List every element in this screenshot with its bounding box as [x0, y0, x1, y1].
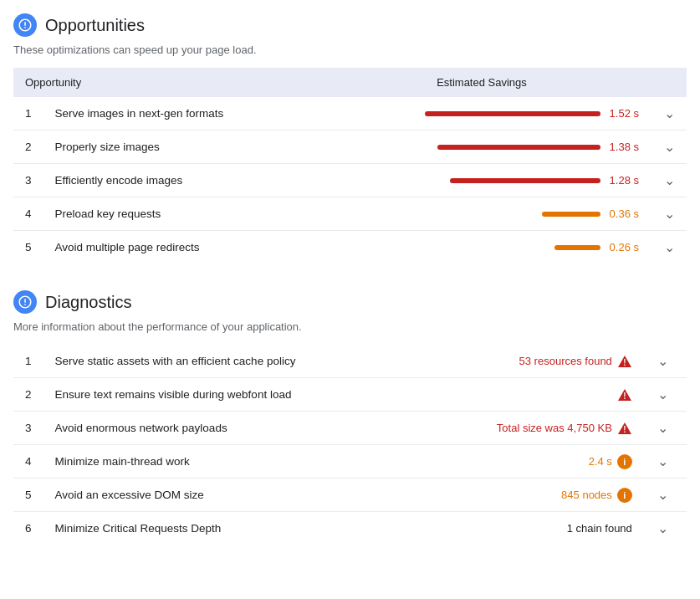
row-number: 3 — [13, 164, 43, 197]
opportunities-header: Opportunities — [13, 13, 687, 37]
opportunities-subtitle: These optimizations can speed up your pa… — [13, 44, 687, 56]
savings-cell: 1.28 s — [313, 164, 651, 197]
savings-cell: 0.26 s — [313, 231, 651, 264]
opportunities-table: Opportunity Estimated Savings 1 Serve im… — [13, 68, 687, 264]
opportunity-label: Properly size images — [43, 131, 313, 164]
diagnostic-label: Avoid an excessive DOM size — [43, 479, 358, 512]
table-row[interactable]: 5 Avoid multiple page redirects 0.26 s ⌄ — [13, 231, 687, 264]
warning-triangle-icon: ! — [617, 388, 632, 402]
diagnostic-label: Minimize main-thread work — [43, 445, 358, 479]
diagnostic-label: Ensure text remains visible during webfo… — [43, 378, 358, 412]
expand-chevron[interactable]: ⌄ — [664, 240, 675, 254]
diag-text: 53 resources found — [519, 355, 612, 367]
row-number: 2 — [13, 378, 43, 412]
info-circle-icon: i — [617, 488, 632, 503]
diagnostic-label: Avoid enormous network payloads — [43, 412, 358, 445]
table-row[interactable]: 4 Preload key requests 0.36 s ⌄ — [13, 197, 687, 231]
table-row[interactable]: 1 Serve static assets with an efficient … — [13, 345, 687, 378]
expand-chevron[interactable]: ⌄ — [664, 106, 675, 120]
diagnostics-header: Diagnostics — [13, 290, 687, 314]
opportunities-icon — [13, 13, 37, 37]
expand-chevron[interactable]: ⌄ — [657, 521, 668, 535]
savings-value: 0.26 s — [605, 241, 639, 253]
table-row[interactable]: 4 Minimize main-thread work 2.4 s i ⌄ — [13, 445, 687, 479]
expand-cell[interactable]: ⌄ — [651, 164, 687, 197]
savings-value: 1.52 s — [605, 107, 639, 120]
expand-cell[interactable]: ⌄ — [644, 445, 687, 479]
expand-cell[interactable]: ⌄ — [644, 345, 687, 378]
svg-text:!: ! — [623, 425, 626, 434]
expand-chevron[interactable]: ⌄ — [664, 207, 675, 221]
opportunity-label: Efficiently encode images — [43, 164, 313, 197]
row-number: 2 — [13, 131, 43, 164]
diag-text: 845 nodes — [561, 489, 612, 501]
svg-text:!: ! — [623, 358, 626, 367]
savings-col-header: Estimated Savings — [313, 68, 651, 97]
diagnostics-icon — [13, 290, 37, 314]
savings-cell: 1.38 s — [313, 131, 651, 164]
warning-triangle-icon: ! — [617, 422, 632, 435]
expand-cell[interactable]: ⌄ — [644, 512, 687, 545]
row-number: 4 — [13, 197, 43, 231]
expand-chevron[interactable]: ⌄ — [657, 488, 668, 502]
savings-bar — [554, 245, 600, 250]
expand-cell[interactable]: ⌄ — [644, 412, 687, 445]
diag-savings-cell: 2.4 s i — [357, 445, 644, 479]
expand-cell[interactable]: ⌄ — [644, 479, 687, 512]
savings-bar — [437, 145, 600, 150]
savings-bar — [450, 178, 600, 183]
info-circle-icon: i — [617, 454, 632, 469]
diagnostics-subtitle: More information about the performance o… — [13, 320, 687, 333]
diag-text: 1 chain found — [567, 522, 632, 535]
diag-text: Total size was 4,750 KB — [497, 422, 612, 434]
expand-chevron[interactable]: ⌄ — [657, 354, 668, 368]
diag-savings-cell: Total size was 4,750 KB ! — [357, 412, 644, 445]
diagnostic-label: Serve static assets with an efficient ca… — [43, 345, 358, 378]
expand-cell[interactable]: ⌄ — [651, 197, 687, 231]
savings-bar — [542, 212, 600, 217]
triangle-svg: ! — [617, 388, 632, 402]
row-number: 3 — [13, 412, 43, 445]
diagnostics-title: Diagnostics — [45, 293, 131, 312]
savings-value: 0.36 s — [605, 207, 639, 220]
diagnostic-label: Minimize Critical Requests Depth — [43, 512, 358, 545]
table-row[interactable]: 3 Efficiently encode images 1.28 s ⌄ — [13, 164, 687, 197]
triangle-svg: ! — [617, 422, 632, 435]
expand-chevron[interactable]: ⌄ — [657, 387, 668, 402]
expand-chevron[interactable]: ⌄ — [664, 173, 675, 187]
expand-chevron[interactable]: ⌄ — [664, 140, 675, 154]
warning-triangle-icon: ! — [617, 355, 632, 368]
expand-chevron[interactable]: ⌄ — [657, 421, 668, 435]
row-number: 6 — [13, 512, 43, 545]
row-number: 5 — [13, 479, 43, 512]
row-number: 5 — [13, 231, 43, 264]
diag-savings-cell: 53 resources found ! — [357, 345, 644, 378]
expand-cell[interactable]: ⌄ — [651, 97, 687, 131]
table-row[interactable]: 2 Ensure text remains visible during web… — [13, 378, 687, 412]
opportunity-label: Avoid multiple page redirects — [43, 231, 313, 264]
diagnostics-svg-icon — [18, 294, 33, 310]
expand-cell[interactable]: ⌄ — [651, 231, 687, 264]
diag-text: 2.4 s — [589, 455, 612, 468]
table-row[interactable]: 3 Avoid enormous network payloads Total … — [13, 412, 687, 445]
svg-text:!: ! — [623, 392, 626, 401]
opportunity-label: Serve images in next-gen formats — [43, 97, 313, 131]
opportunities-title: Opportunities — [45, 16, 145, 35]
savings-cell: 0.36 s — [313, 197, 651, 231]
diagnostics-table: 1 Serve static assets with an efficient … — [13, 345, 687, 545]
expand-chevron[interactable]: ⌄ — [657, 454, 668, 468]
table-row[interactable]: 2 Properly size images 1.38 s ⌄ — [13, 131, 687, 164]
expand-cell[interactable]: ⌄ — [644, 378, 687, 412]
diag-savings-cell: 845 nodes i — [357, 479, 644, 512]
table-row[interactable]: 6 Minimize Critical Requests Depth 1 cha… — [13, 512, 687, 545]
speedometer-icon — [18, 18, 33, 33]
table-row[interactable]: 5 Avoid an excessive DOM size 845 nodes … — [13, 479, 687, 512]
savings-cell: 1.52 s — [313, 97, 651, 131]
expand-cell[interactable]: ⌄ — [651, 131, 687, 164]
savings-value: 1.38 s — [605, 141, 639, 153]
row-number: 4 — [13, 445, 43, 479]
opportunity-label: Preload key requests — [43, 197, 313, 231]
row-number: 1 — [13, 345, 43, 378]
triangle-svg: ! — [617, 355, 632, 368]
table-row[interactable]: 1 Serve images in next-gen formats 1.52 … — [13, 97, 687, 131]
